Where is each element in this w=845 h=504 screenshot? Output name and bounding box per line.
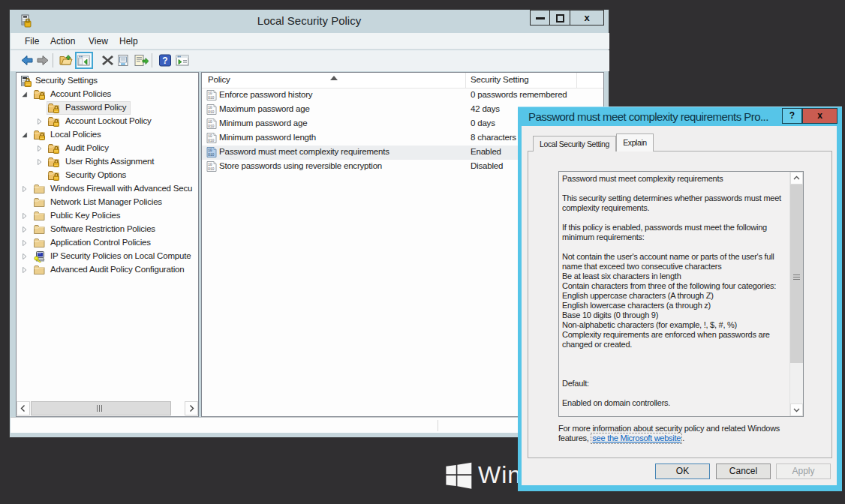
- svg-text:?: ?: [162, 56, 167, 66]
